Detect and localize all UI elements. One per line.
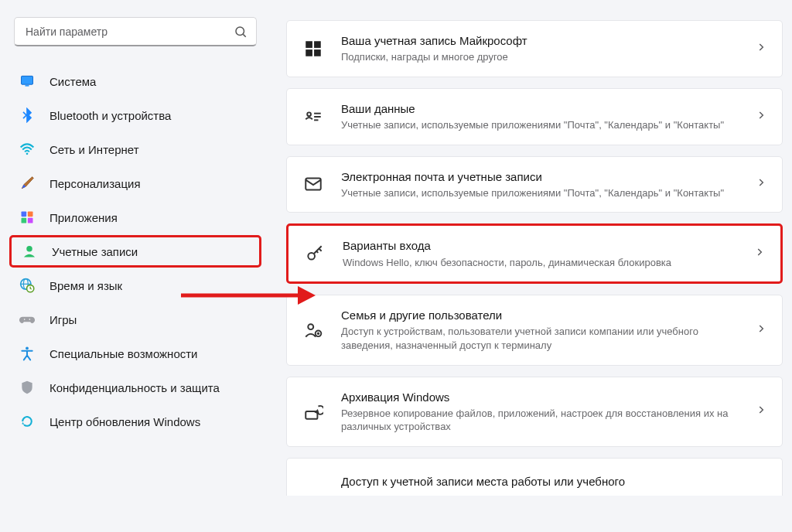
sidebar-item-system[interactable]: Система: [9, 65, 261, 97]
svg-rect-4: [22, 76, 33, 84]
card-text: Семья и другие пользователи Доступ к уст…: [341, 308, 739, 352]
card-your-info[interactable]: Ваши данные Учетные записи, используемые…: [286, 88, 783, 145]
sidebar-item-accounts[interactable]: Учетные записи: [9, 235, 261, 268]
sidebar-item-label: Система: [50, 75, 96, 88]
card-email-accounts[interactable]: Электронная почта и учетные записи Учетн…: [286, 156, 783, 213]
card-microsoft-account[interactable]: Ваша учетная запись Майкрософт Подписки,…: [286, 20, 783, 77]
svg-rect-20: [314, 41, 321, 48]
card-title: Ваша учетная запись Майкрософт: [341, 33, 739, 49]
people-plus-icon: [302, 319, 324, 341]
sidebar-item-label: Bluetooth и устройства: [50, 109, 171, 122]
card-text: Ваша учетная запись Майкрософт Подписки,…: [341, 33, 739, 64]
svg-rect-19: [306, 41, 312, 48]
search-input[interactable]: [14, 17, 257, 46]
wifi-icon: [19, 141, 36, 158]
chevron-right-icon: [756, 110, 770, 124]
chevron-right-icon: [756, 323, 770, 337]
svg-rect-7: [22, 212, 27, 217]
settings-sidebar: Система Bluetooth и устройства Сеть и Ин…: [0, 0, 271, 532]
svg-point-17: [29, 319, 31, 320]
card-subtitle: Доступ к устройствам, пользователи учетн…: [341, 325, 739, 352]
svg-point-16: [24, 319, 26, 320]
svg-rect-22: [314, 49, 321, 56]
sidebar-item-accessibility[interactable]: Специальные возможности: [9, 337, 261, 370]
sidebar-item-label: Учетные записи: [52, 245, 138, 258]
sidebar-item-label: Приложения: [50, 211, 118, 224]
card-subtitle: Резервное копирование файлов, приложений…: [341, 407, 739, 434]
monitor-icon: [19, 73, 36, 90]
envelope-icon: [302, 173, 324, 195]
card-title: Ваши данные: [341, 101, 739, 117]
card-title: Доступ к учетной записи места работы или…: [341, 474, 770, 489]
chevron-right-icon: [756, 404, 770, 418]
svg-rect-21: [306, 49, 312, 56]
gamepad-icon: [19, 311, 36, 328]
sidebar-item-update[interactable]: Центр обновления Windows: [9, 405, 261, 438]
sidebar-item-label: Конфиденциальность и защита: [50, 381, 220, 394]
svg-point-0: [236, 27, 244, 36]
card-family[interactable]: Семья и другие пользователи Доступ к уст…: [286, 295, 783, 365]
id-card-icon: [302, 106, 324, 128]
card-backup[interactable]: Архивация Windows Резервное копирование …: [286, 377, 783, 447]
card-subtitle: Подписки, награды и многое другое: [341, 50, 739, 64]
svg-point-23: [307, 112, 311, 116]
card-subtitle: Учетные записи, используемые приложениям…: [341, 118, 739, 132]
card-text: Доступ к учетной записи места работы или…: [341, 474, 770, 489]
person-icon: [21, 243, 38, 260]
sidebar-item-privacy[interactable]: Конфиденциальность и защита: [9, 371, 261, 404]
sidebar-item-label: Центр обновления Windows: [50, 415, 200, 428]
apps-icon: [19, 209, 36, 226]
accessibility-icon: [19, 345, 36, 362]
svg-point-18: [26, 346, 29, 350]
chevron-right-icon: [754, 247, 768, 261]
svg-rect-8: [28, 212, 33, 217]
nav: Система Bluetooth и устройства Сеть и Ин…: [9, 65, 261, 438]
svg-rect-5: [26, 85, 29, 87]
card-text: Архивация Windows Резервное копирование …: [341, 390, 739, 434]
svg-rect-10: [28, 218, 33, 223]
svg-line-1: [243, 34, 245, 36]
sidebar-item-label: Игры: [50, 313, 77, 326]
sidebar-item-label: Персонализация: [50, 177, 141, 190]
key-icon: [304, 243, 326, 264]
card-text: Ваши данные Учетные записи, используемые…: [341, 101, 739, 132]
svg-point-29: [308, 324, 313, 329]
paintbrush-icon: [19, 175, 36, 192]
backup-sync-icon: [302, 401, 324, 422]
sidebar-item-time[interactable]: Время и язык: [9, 269, 261, 302]
card-subtitle: Учетные записи, используемые приложениям…: [341, 186, 739, 200]
sidebar-item-gaming[interactable]: Игры: [9, 303, 261, 336]
sidebar-item-apps[interactable]: Приложения: [9, 201, 261, 234]
card-text: Варианты входа Windows Hello, ключ безоп…: [343, 238, 737, 269]
sidebar-item-label: Специальные возможности: [50, 347, 198, 360]
search-wrap: [14, 17, 257, 46]
svg-rect-9: [22, 218, 27, 223]
card-work-school[interactable]: Доступ к учетной записи места работы или…: [286, 458, 783, 496]
sidebar-item-bluetooth[interactable]: Bluetooth и устройства: [9, 99, 261, 131]
accounts-content: Ваша учетная запись Майкрософт Подписки,…: [271, 0, 792, 532]
search-icon: [234, 25, 248, 39]
chevron-right-icon: [756, 42, 770, 56]
svg-point-28: [308, 253, 315, 260]
update-icon: [19, 413, 36, 430]
card-title: Варианты входа: [343, 238, 737, 254]
chevron-right-icon: [756, 177, 770, 191]
sidebar-item-label: Сеть и Интернет: [50, 143, 139, 156]
svg-point-11: [26, 246, 32, 252]
sidebar-item-network[interactable]: Сеть и Интернет: [9, 133, 261, 165]
card-text: Электронная почта и учетные записи Учетн…: [341, 169, 739, 200]
sidebar-item-label: Время и язык: [50, 279, 122, 292]
card-title: Архивация Windows: [341, 390, 739, 405]
bluetooth-icon: [19, 107, 36, 124]
card-title: Семья и другие пользователи: [341, 308, 739, 323]
globe-clock-icon: [19, 277, 36, 294]
svg-point-6: [26, 153, 29, 155]
card-title: Электронная почта и учетные записи: [341, 169, 739, 185]
microsoft-icon: [302, 38, 324, 60]
sidebar-item-personalization[interactable]: Персонализация: [9, 167, 261, 200]
shield-icon: [19, 379, 36, 396]
card-subtitle: Windows Hello, ключ безопасности, пароль…: [343, 256, 737, 270]
card-signin-options[interactable]: Варианты входа Windows Hello, ключ безоп…: [286, 223, 783, 284]
